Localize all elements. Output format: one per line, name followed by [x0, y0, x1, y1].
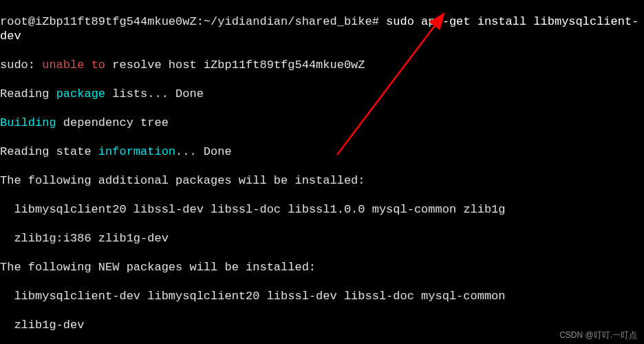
- text: lists... Done: [105, 87, 204, 100]
- sudo-host: resolve host iZbp11ft89tfg544mkue0wZ: [105, 58, 365, 72]
- terminal-output[interactable]: root@iZbp11ft89tfg544mkue0wZ:~/yidiandia…: [0, 0, 644, 344]
- text: Reading state: [0, 145, 98, 158]
- sudo-error-text: unable to: [42, 58, 105, 72]
- reading-state-line: Reading state information... Done: [0, 144, 644, 159]
- new-packages-list-2: zlib1g-dev: [0, 318, 644, 332]
- shell-prompt: root@iZbp11ft89tfg544mkue0wZ:~/yidiandia…: [0, 15, 379, 28]
- text: Reading: [0, 87, 56, 100]
- additional-packages-header: The following additional packages will b…: [0, 173, 644, 188]
- highlight-package: package: [56, 87, 105, 100]
- building-tree-line: Building dependency tree: [0, 116, 644, 130]
- text: dependency tree: [56, 116, 169, 129]
- additional-packages-list-2: zlib1g:i386 zlib1g-dev: [0, 231, 644, 246]
- watermark-text: CSDN @叮叮.一叮点: [559, 328, 637, 343]
- text: ... Done: [175, 145, 232, 158]
- new-packages-list-1: libmysqlclient-dev libmysqlclient20 libs…: [0, 289, 644, 303]
- sudo-label: sudo:: [0, 58, 42, 72]
- sudo-warning-line: sudo: unable to resolve host iZbp11ft89t…: [0, 58, 644, 72]
- shell-prompt-line: root@iZbp11ft89tfg544mkue0wZ:~/yidiandia…: [0, 14, 644, 43]
- highlight-information: information: [98, 145, 175, 158]
- new-packages-header: The following NEW packages will be insta…: [0, 260, 644, 275]
- reading-packages-line: Reading package lists... Done: [0, 87, 644, 101]
- highlight-building: Building: [0, 116, 56, 129]
- additional-packages-list-1: libmysqlclient20 libssl-dev libssl-doc l…: [0, 202, 644, 217]
